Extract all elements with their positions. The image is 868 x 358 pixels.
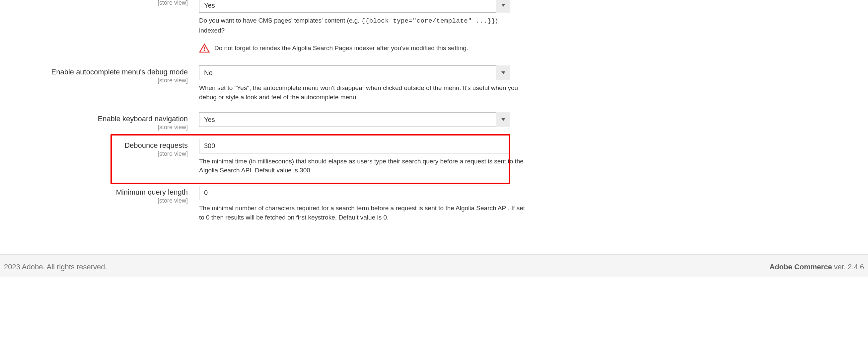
field-value-col: Yes Do you want to have CMS pages' templ… [199,0,855,53]
field-label: Enable keyboard navigation [13,114,188,124]
render-template-select[interactable]: Yes [199,0,510,12]
field-scope: [store view] [13,77,188,84]
field-debounce-requests: Debounce requests [store view] The minim… [13,138,855,175]
field-help: The minimal number of characters require… [199,204,531,222]
field-help: The minimal time (in milliseconds) that … [199,157,531,175]
field-label-col: Debounce requests [store view] [13,139,199,157]
footer-copyright: 2023 Adobe. All rights reserved. [4,263,107,271]
chevron-down-icon [501,4,505,7]
code-sample: {{block type="core/template" ...}} [361,17,496,25]
field-debug-mode: Enable autocomplete menu's debug mode [s… [13,64,855,101]
field-label-col: Enable keyboard navigation [store view] [13,112,199,131]
warning-text: Do not forget to reindex the Algolia Sea… [214,44,468,52]
svg-rect-0 [204,47,205,50]
chevron-down-icon [501,118,505,121]
field-label: Minimum query length [13,187,188,197]
select-value: Yes [199,112,510,127]
field-value-col: No When set to "Yes", the autocomplete m… [199,65,855,101]
chevron-down-icon [501,71,505,74]
field-value-col: The minimal time (in milliseconds) that … [199,139,855,175]
field-value-col: The minimal number of characters require… [199,186,855,222]
keyboard-nav-select[interactable]: Yes [199,112,510,127]
field-scope: [store view] [13,150,188,157]
select-dropdown-button[interactable] [496,112,510,127]
field-label: Debounce requests [13,141,188,150]
field-render-template-directives: Render template directives [store view] … [13,0,855,53]
select-dropdown-button[interactable] [496,0,510,12]
min-query-length-input[interactable] [199,186,510,200]
field-scope: [store view] [13,124,188,131]
field-help: When set to "Yes", the autocomplete menu… [199,83,531,101]
field-label-col: Render template directives [store view] [13,0,199,6]
field-value-col: Yes [199,112,855,127]
select-value: No [199,65,510,80]
debug-mode-select[interactable]: No [199,65,510,80]
select-value: Yes [199,0,510,12]
warning-row: Do not forget to reindex the Algolia Sea… [199,43,841,53]
debounce-input[interactable] [199,139,510,153]
field-scope: [store view] [13,197,188,204]
warning-icon [199,43,210,53]
field-label-col: Enable autocomplete menu's debug mode [s… [13,65,199,84]
field-label-col: Minimum query length [store view] [13,186,199,204]
field-keyboard-navigation: Enable keyboard navigation [store view] … [13,111,855,131]
field-minimum-query-length: Minimum query length [store view] The mi… [13,184,855,222]
field-scope: [store view] [13,0,188,6]
svg-rect-1 [204,50,205,51]
footer: 2023 Adobe. All rights reserved. Adobe C… [0,255,868,277]
field-label: Enable autocomplete menu's debug mode [13,67,188,77]
footer-version: Adobe Commerce ver. 2.4.6 [770,263,864,271]
field-help: Do you want to have CMS pages' templates… [199,16,518,35]
select-dropdown-button[interactable] [496,65,510,80]
